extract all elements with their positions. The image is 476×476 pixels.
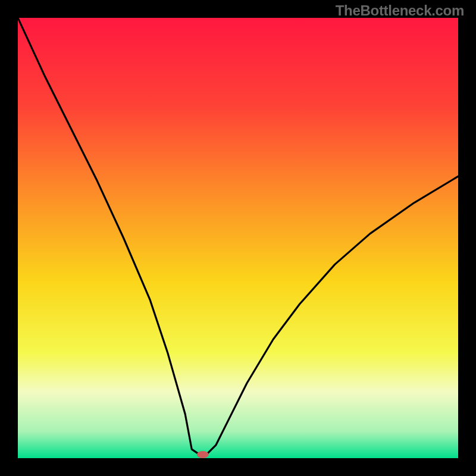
selected-point-marker <box>197 451 209 458</box>
gradient-background <box>18 18 458 458</box>
plot-area <box>18 18 458 458</box>
attribution-text: TheBottleneck.com <box>336 2 464 19</box>
chart-svg <box>18 18 458 458</box>
chart-frame: TheBottleneck.com <box>0 0 476 476</box>
